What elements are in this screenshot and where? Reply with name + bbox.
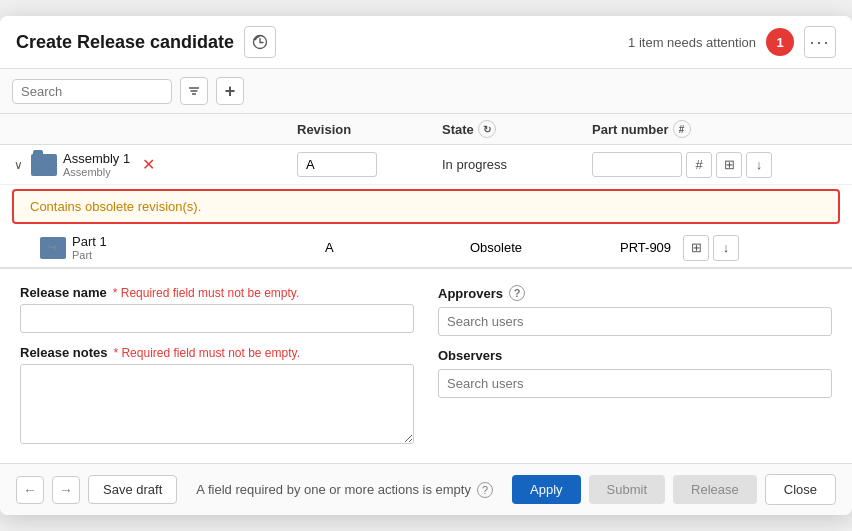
approvers-search-input[interactable] — [438, 307, 832, 336]
release-name-input[interactable] — [20, 304, 414, 333]
observers-search-input[interactable] — [438, 369, 832, 398]
assembly-part-number-input[interactable] — [592, 152, 682, 177]
attention-text: 1 item needs attention — [628, 35, 756, 50]
assembly-name: Assembly 1 — [63, 151, 130, 166]
column-headers: Revision State ↻ Part number # — [0, 114, 852, 145]
modal-header: Create Release candidate 1 item needs at… — [0, 16, 852, 69]
col-header-revision: Revision — [297, 120, 442, 138]
table-area: + Revision State ↻ Part number # ∨ A — [0, 69, 852, 268]
release-notes-required: * Required field must not be empty. — [113, 346, 300, 360]
footer-info-text: A field required by one or more actions … — [196, 482, 471, 497]
observers-text: Observers — [438, 348, 502, 363]
part-folder-icon: ↪ — [40, 237, 66, 259]
create-release-modal: Create Release candidate 1 item needs at… — [0, 16, 852, 515]
part-info: Part 1 Part — [72, 234, 107, 261]
col-revision-label: Revision — [297, 122, 351, 137]
attention-badge: 1 item needs attention — [628, 35, 756, 50]
apply-btn[interactable]: Apply — [512, 475, 581, 504]
submit-btn: Submit — [589, 475, 665, 504]
assembly-state: In progress — [442, 157, 507, 172]
filter-btn[interactable] — [180, 77, 208, 105]
assembly-revision-cell — [297, 152, 442, 177]
part-number-cell: PRT-909 ⊞ ↓ — [620, 235, 840, 261]
part-state: Obsolete — [470, 240, 522, 255]
assembly-download-btn[interactable]: ↓ — [746, 152, 772, 178]
part-name-cell: ↪ Part 1 Part — [40, 234, 325, 261]
release-name-label: Release name * Required field must not b… — [20, 285, 414, 300]
part-revision: A — [325, 240, 334, 255]
col-state-label: State — [442, 122, 474, 137]
part-number-settings-icon[interactable]: # — [673, 120, 691, 138]
release-name-text: Release name — [20, 285, 107, 300]
back-btn[interactable]: ← — [16, 476, 44, 504]
assembly-type: Assembly — [63, 166, 130, 178]
assembly-info: Assembly 1 Assembly — [63, 151, 130, 178]
col-header-part-number: Part number # — [592, 120, 840, 138]
warning-text: Contains obsolete revision(s). — [30, 199, 201, 214]
part-qr-btn[interactable]: ⊞ — [683, 235, 709, 261]
modal-footer: ← → Save draft A field required by one o… — [0, 463, 852, 515]
observers-label: Observers — [438, 348, 832, 363]
col-part-number-label: Part number — [592, 122, 669, 137]
release-notes-text: Release notes — [20, 345, 107, 360]
footer-center: A field required by one or more actions … — [196, 482, 493, 498]
assembly-qr-btn[interactable]: ⊞ — [716, 152, 742, 178]
assembly-revision-input[interactable] — [297, 152, 377, 177]
save-draft-btn[interactable]: Save draft — [88, 475, 177, 504]
attention-count: 1 — [766, 28, 794, 56]
part-download-btn[interactable]: ↓ — [713, 235, 739, 261]
state-refresh-icon[interactable]: ↻ — [478, 120, 496, 138]
approvers-label: Approvers ? — [438, 285, 832, 301]
assembly-part-number-cell: # ⊞ ↓ — [592, 152, 840, 178]
header-left: Create Release candidate — [16, 26, 276, 58]
expand-btn[interactable]: ∨ — [12, 156, 25, 174]
part-revision-cell: A — [325, 240, 470, 255]
assembly-row: ∨ Assembly 1 Assembly ✕ In progress # ⊞ … — [0, 145, 852, 185]
remove-assembly-btn[interactable]: ✕ — [136, 153, 161, 176]
header-right: 1 item needs attention 1 ··· — [628, 26, 836, 58]
assembly-state-cell: In progress — [442, 157, 592, 172]
part-arrow-icon: ↪ — [48, 241, 57, 254]
assembly-name-cell: ∨ Assembly 1 Assembly ✕ — [12, 151, 297, 178]
approvers-help-icon[interactable]: ? — [509, 285, 525, 301]
footer-left: ← → Save draft — [16, 475, 177, 504]
release-notes-textarea[interactable] — [20, 364, 414, 444]
part-name: Part 1 — [72, 234, 107, 249]
release-btn: Release — [673, 475, 757, 504]
part-row: ↪ Part 1 Part A Obsolete PRT-909 ⊞ ↓ — [0, 228, 852, 267]
add-item-btn[interactable]: + — [216, 77, 244, 105]
assembly-pn-config-btn[interactable]: # — [686, 152, 712, 178]
form-grid: Release name * Required field must not b… — [20, 285, 832, 447]
history-icon — [252, 34, 268, 50]
forward-btn[interactable]: → — [52, 476, 80, 504]
search-input[interactable] — [12, 79, 172, 104]
footer-right: Apply Submit Release Close — [512, 474, 836, 505]
col-header-state: State ↻ — [442, 120, 592, 138]
warning-row: Contains obsolete revision(s). — [12, 189, 840, 224]
part-type: Part — [72, 249, 107, 261]
part-number: PRT-909 — [620, 240, 671, 255]
release-name-required: * Required field must not be empty. — [113, 286, 300, 300]
table-toolbar: + — [0, 69, 852, 114]
filter-icon — [187, 84, 201, 98]
footer-help-icon[interactable]: ? — [477, 482, 493, 498]
approvers-text: Approvers — [438, 286, 503, 301]
history-icon-btn[interactable] — [244, 26, 276, 58]
form-right-col: Approvers ? Observers — [438, 285, 832, 447]
form-area: Release name * Required field must not b… — [0, 269, 852, 463]
release-notes-label: Release notes * Required field must not … — [20, 345, 414, 360]
more-options-btn[interactable]: ··· — [804, 26, 836, 58]
close-btn[interactable]: Close — [765, 474, 836, 505]
assembly-folder-icon — [31, 154, 57, 176]
form-left-col: Release name * Required field must not b… — [20, 285, 414, 447]
part-state-cell: Obsolete — [470, 240, 620, 255]
modal-title: Create Release candidate — [16, 32, 234, 53]
col-header-name — [12, 120, 297, 138]
